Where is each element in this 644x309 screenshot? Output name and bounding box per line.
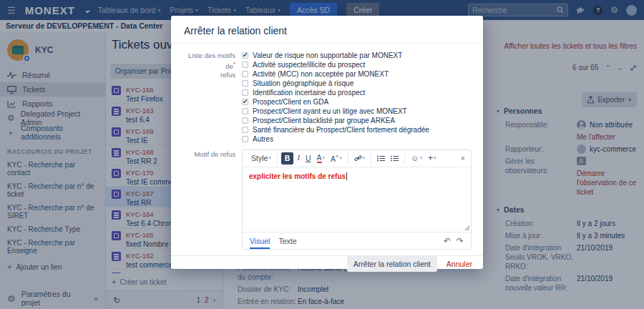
checkbox[interactable] (242, 52, 248, 59)
reason-label: Santé financière du Prospect/Client fort… (253, 126, 429, 134)
rich-text-editor: Style▾ B I U A▾ A+▾ ▾ (242, 149, 472, 250)
cancel-link[interactable]: Annuler (447, 260, 472, 268)
chevron-down-icon: ▾ (323, 155, 326, 161)
reason-option[interactable]: Autres (242, 134, 472, 144)
stop-client-relation-dialog: Arrêter la relation client Liste des mot… (171, 16, 483, 269)
reason-label: Activité suspecte/illicite du prospect (253, 61, 365, 69)
dialog-title: Arrêter la relation client (184, 25, 470, 36)
resize-handle[interactable] (464, 225, 469, 230)
style-dropdown[interactable]: Style▾ (249, 153, 273, 164)
reasons-checkbox-list: Valeur de risque non supportable par MON… (242, 51, 472, 144)
chevron-down-icon: ▾ (339, 155, 342, 161)
required-marker: * (233, 61, 235, 67)
link-icon (354, 154, 362, 162)
checkbox[interactable] (242, 99, 248, 105)
reason-label: Prospect/Client blacklisté par groupe AR… (253, 117, 395, 124)
bold-button[interactable]: B (281, 152, 294, 165)
insert-more-button[interactable]: +▾ (426, 152, 439, 164)
reason-label: Situation géographique à risque (253, 79, 353, 87)
reason-label: Valeur de risque non supportable par MON… (253, 52, 402, 59)
emoji-button[interactable]: ☺▾ (409, 153, 424, 164)
checkbox[interactable] (242, 117, 248, 124)
editor-tabs: Visuel Texte ↶ ↷ (243, 232, 471, 249)
reason-label: Prospect/Client en GDA (253, 98, 328, 106)
numbered-list-icon (391, 155, 399, 162)
reason-option[interactable]: Activité (MCC) non acceptée par MONEXT (242, 69, 472, 79)
text-color-button[interactable]: A▾ (315, 153, 328, 164)
text-styles-button[interactable]: A+▾ (328, 153, 344, 164)
checkbox[interactable] (242, 62, 248, 68)
reason-label: Activité (MCC) non acceptée par MONEXT (253, 70, 389, 78)
checkbox[interactable] (242, 127, 248, 133)
collapse-toolbar-icon[interactable]: » (459, 154, 467, 164)
chevron-down-icon: ▾ (363, 155, 366, 161)
reason-option[interactable]: Activité suspecte/illicite du prospect (242, 60, 472, 69)
motif-field-label: Motif de refus (180, 149, 235, 250)
chevron-down-icon: ▾ (268, 155, 271, 161)
reason-option[interactable]: Identification incertaine du prospect (242, 88, 472, 97)
tab-visual[interactable]: Visuel (250, 232, 270, 249)
italic-button[interactable]: I (295, 153, 302, 164)
reason-option[interactable]: Prospect/Client blacklisté par groupe AR… (242, 116, 472, 125)
checkbox[interactable] (242, 71, 248, 77)
reason-label: Identification incertaine du prospect (253, 89, 365, 97)
reason-option[interactable]: Santé financière du Prospect/Client fort… (242, 125, 472, 134)
checkbox[interactable] (242, 136, 248, 142)
editor-content-area[interactable]: expliciter les motifs de refus (243, 167, 471, 232)
numbered-list-button[interactable] (389, 154, 401, 162)
tab-text[interactable]: Texte (278, 232, 296, 249)
chevron-down-icon: ▾ (434, 155, 436, 161)
text-cursor (346, 172, 347, 180)
bullet-list-button[interactable] (375, 154, 387, 162)
redo-icon[interactable]: ↷ (457, 236, 464, 246)
reason-option[interactable]: Valeur de risque non supportable par MON… (242, 51, 472, 60)
checkbox[interactable] (242, 80, 248, 87)
reasons-field-label: Liste des motifs de*refus (180, 51, 235, 144)
reason-option[interactable]: Prospect/Client ayant eu un litige avec … (242, 107, 472, 116)
checkbox[interactable] (242, 89, 248, 96)
reason-option[interactable]: Situation géographique à risque (242, 79, 472, 88)
undo-icon[interactable]: ↶ (444, 236, 451, 246)
editor-text: expliciter les motifs de refus (249, 172, 346, 180)
reason-label: Prospect/Client ayant eu un litige avec … (253, 107, 407, 115)
reason-label: Autres (253, 135, 273, 143)
checkbox[interactable] (242, 108, 248, 114)
underline-button[interactable]: U (303, 153, 313, 164)
editor-toolbar: Style▾ B I U A▾ A+▾ ▾ (243, 150, 471, 167)
bullet-list-icon (377, 155, 385, 162)
stop-relation-submit-button[interactable]: Arrêter la relation client (347, 256, 437, 272)
chevron-down-icon: ▾ (419, 155, 422, 161)
reason-option[interactable]: Prospect/Client en GDA (242, 97, 472, 107)
link-button[interactable]: ▾ (352, 154, 368, 163)
